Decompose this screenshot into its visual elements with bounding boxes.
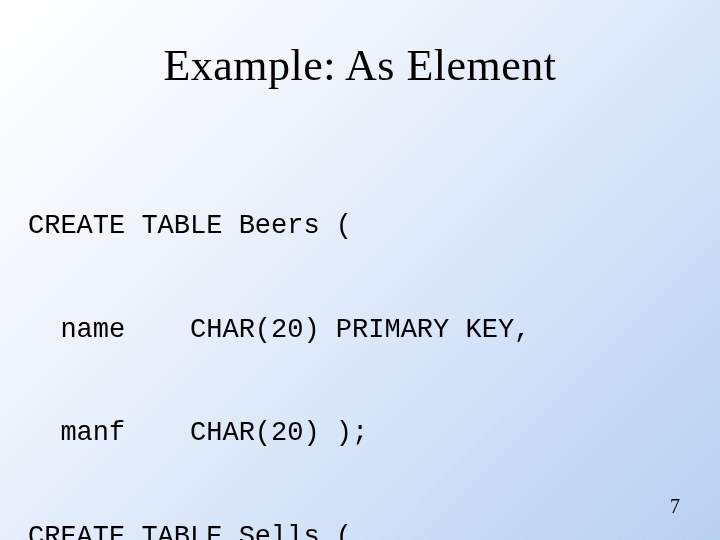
code-line: CREATE TABLE Beers ( (28, 209, 530, 244)
code-line: CREATE TABLE Sells ( (28, 520, 530, 540)
code-line: manf CHAR(20) ); (28, 416, 530, 451)
code-line: name CHAR(20) PRIMARY KEY, (28, 313, 530, 348)
sql-code-block: CREATE TABLE Beers ( name CHAR(20) PRIMA… (28, 140, 530, 540)
slide: Example: As Element CREATE TABLE Beers (… (0, 0, 720, 540)
page-number: 7 (670, 495, 680, 518)
slide-title: Example: As Element (0, 40, 720, 91)
